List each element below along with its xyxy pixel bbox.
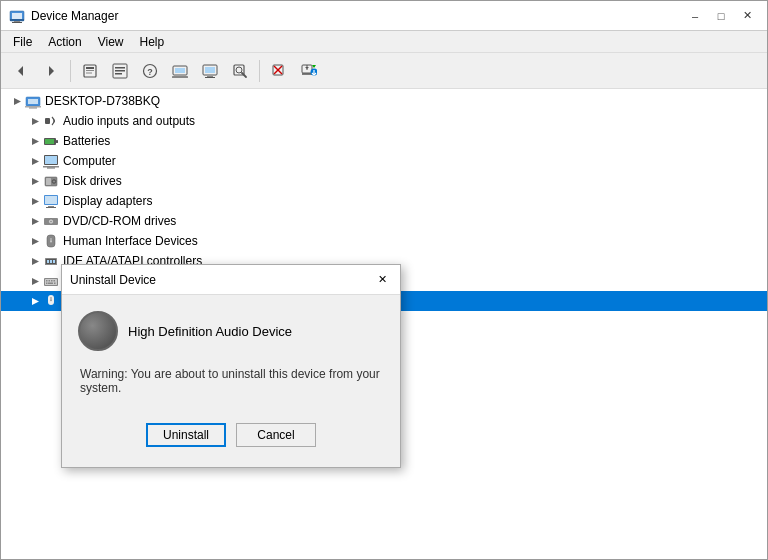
svg-rect-83 [49,280,51,282]
svg-rect-2 [10,19,24,21]
scan-hardware-button[interactable] [226,57,254,85]
toolbar-sep-1 [70,60,71,82]
svg-rect-41 [28,99,38,104]
menu-action[interactable]: Action [40,33,89,51]
svg-marker-39 [14,98,21,105]
dialog-close-button[interactable]: ✕ [372,270,392,290]
svg-rect-63 [48,206,54,207]
device-name: High Definition Audio Device [128,324,292,339]
close-button[interactable]: ✕ [735,6,759,26]
disk-expand[interactable] [27,173,43,189]
svg-marker-55 [32,178,39,185]
svg-rect-76 [47,260,49,263]
svg-marker-65 [32,218,39,225]
svg-marker-60 [32,198,39,205]
minimize-button[interactable]: – [683,6,707,26]
tree-item-computer[interactable]: Computer [1,151,767,171]
svg-rect-4 [12,22,22,23]
svg-rect-12 [115,67,125,69]
root-label: DESKTOP-D738BKQ [45,94,160,108]
menu-view[interactable]: View [90,33,132,51]
device-icon [78,311,118,351]
properties-icon [82,63,98,79]
dialog-title-bar: Uninstall Device ✕ [62,265,400,295]
audio-label: Audio inputs and outputs [63,114,195,128]
computer-expand[interactable] [27,153,43,169]
svg-marker-5 [18,66,23,76]
cancel-button[interactable]: Cancel [236,423,316,447]
keyboards-expand[interactable] [27,273,43,289]
forward-button[interactable] [37,57,65,85]
battery-icon [43,133,59,149]
svg-rect-8 [86,67,94,69]
svg-marker-46 [32,138,39,145]
tree-item-disk[interactable]: Disk drives [1,171,767,191]
menu-file[interactable]: File [5,33,40,51]
svg-rect-85 [54,280,56,282]
ide-expand[interactable] [27,253,43,269]
svg-rect-13 [115,70,125,72]
tree-item-display[interactable]: Display adapters [1,191,767,211]
svg-rect-3 [14,21,20,22]
window-title: Device Manager [31,9,118,23]
menu-help[interactable]: Help [132,33,173,51]
device-manager-window: Device Manager – □ ✕ File Action View He… [0,0,768,560]
device-row: High Definition Audio Device [78,311,384,351]
svg-rect-86 [46,283,48,285]
uninstall-button[interactable]: Uninstall [146,423,226,447]
help-icon: ? [142,63,158,79]
svg-rect-78 [53,260,55,263]
hid-icon [43,233,59,249]
display-label: Display adapters [63,194,152,208]
root-expand-icon[interactable] [9,93,25,109]
add-driver-button[interactable] [295,57,323,85]
dvd-expand[interactable] [27,213,43,229]
svg-rect-49 [45,139,54,144]
svg-marker-89 [32,298,39,305]
svg-rect-84 [51,280,53,282]
svg-rect-1 [12,13,22,19]
svg-marker-44 [32,118,39,125]
remove-device-button[interactable] [265,57,293,85]
tree-item-audio[interactable]: Audio inputs and outputs [1,111,767,131]
svg-rect-9 [86,70,94,71]
download-icon [301,63,317,79]
toolbar-btn-monitor[interactable] [196,57,224,85]
svg-rect-43 [29,108,37,109]
title-bar-controls: – □ ✕ [683,6,759,26]
mouse-icon [43,293,59,309]
tree-root[interactable]: DESKTOP-D738BKQ [1,91,767,111]
audio-expand[interactable] [27,113,43,129]
svg-rect-87 [48,283,53,285]
svg-rect-42 [25,106,41,108]
svg-point-92 [50,300,52,302]
toolbar-btn-1[interactable] [76,57,104,85]
svg-rect-64 [46,207,56,208]
disk-label: Disk drives [63,174,122,188]
hid-expand[interactable] [27,233,43,249]
maximize-button[interactable]: □ [709,6,733,26]
title-bar-left: Device Manager [9,8,118,24]
toolbar-btn-2[interactable] [106,57,134,85]
keyboard-icon [43,273,59,289]
computer-label: Computer [63,154,116,168]
svg-text:?: ? [147,67,153,77]
svg-rect-14 [115,73,122,75]
svg-marker-79 [32,278,39,285]
batteries-expand[interactable] [27,133,43,149]
toolbar-btn-help[interactable]: ? [136,57,164,85]
toolbar-btn-3[interactable] [166,57,194,85]
display-expand[interactable] [27,193,43,209]
dvd-icon [43,213,59,229]
svg-marker-69 [32,238,39,245]
tree-item-batteries[interactable]: Batteries [1,131,767,151]
mice-expand[interactable] [27,293,43,309]
back-button[interactable] [7,57,35,85]
audio-icon [43,113,59,129]
hid-label: Human Interface Devices [63,234,198,248]
svg-marker-6 [49,66,54,76]
tree-item-hid[interactable]: Human Interface Devices [1,231,767,251]
main-content: DESKTOP-D738BKQ Audio inputs and outputs [1,89,767,559]
svg-rect-62 [45,196,57,204]
tree-item-dvd[interactable]: DVD/CD-ROM drives [1,211,767,231]
